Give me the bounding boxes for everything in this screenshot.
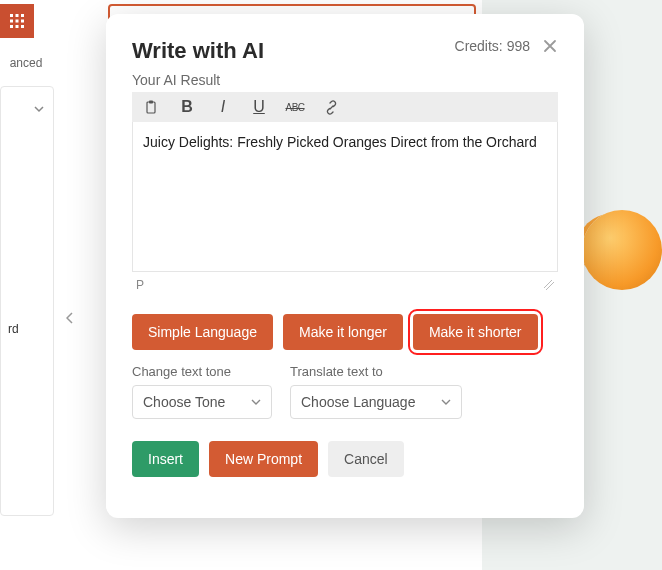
apps-grid-icon: [9, 13, 25, 29]
modal-title: Write with AI: [132, 38, 264, 64]
make-longer-button[interactable]: Make it longer: [283, 314, 403, 350]
chevron-down-icon: [441, 394, 451, 410]
clipboard-button[interactable]: [142, 98, 160, 116]
tone-label: Change text tone: [132, 364, 272, 379]
ai-result-editor[interactable]: [132, 122, 558, 272]
svg-rect-7: [16, 25, 19, 28]
chevron-down-icon: [251, 394, 261, 410]
svg-rect-6: [10, 25, 13, 28]
credits-label: Credits: 998: [455, 38, 530, 54]
apps-grid-button[interactable]: [0, 4, 34, 38]
link-icon: [324, 100, 339, 115]
collapse-panel-button[interactable]: [62, 309, 78, 327]
svg-rect-5: [21, 20, 24, 23]
translate-dropdown[interactable]: Choose Language: [290, 385, 462, 419]
tone-dropdown-value: Choose Tone: [143, 394, 225, 410]
cancel-button[interactable]: Cancel: [328, 441, 404, 477]
link-button[interactable]: [322, 98, 340, 116]
insert-button[interactable]: Insert: [132, 441, 199, 477]
editor-toolbar: B I U ABC: [132, 92, 558, 122]
write-with-ai-modal: Write with AI Credits: 998 Your AI Resul…: [106, 14, 584, 518]
result-label: Your AI Result: [132, 72, 558, 88]
clipboard-icon: [144, 100, 158, 114]
simple-language-button[interactable]: Simple Language: [132, 314, 273, 350]
underline-button[interactable]: U: [250, 98, 268, 116]
element-path: P: [136, 278, 144, 292]
svg-rect-3: [10, 20, 13, 23]
svg-rect-4: [16, 20, 19, 23]
tone-dropdown[interactable]: Choose Tone: [132, 385, 272, 419]
orange-image: [582, 210, 662, 290]
svg-rect-9: [147, 102, 155, 113]
translate-dropdown-value: Choose Language: [301, 394, 415, 410]
italic-button[interactable]: I: [214, 98, 232, 116]
strikethrough-button[interactable]: ABC: [286, 98, 304, 116]
new-prompt-button[interactable]: New Prompt: [209, 441, 318, 477]
svg-rect-2: [21, 14, 24, 17]
svg-rect-10: [149, 101, 153, 104]
svg-rect-8: [21, 25, 24, 28]
translate-label: Translate text to: [290, 364, 462, 379]
side-panel: [0, 86, 54, 516]
bg-text-fragment: rd: [8, 322, 19, 336]
svg-rect-0: [10, 14, 13, 17]
close-button[interactable]: [542, 38, 558, 54]
make-shorter-button[interactable]: Make it shorter: [413, 314, 538, 350]
tab-label-fragment[interactable]: anced: [0, 56, 52, 80]
close-icon: [542, 38, 558, 54]
bold-button[interactable]: B: [178, 98, 196, 116]
svg-rect-1: [16, 14, 19, 17]
resize-handle-icon[interactable]: [544, 280, 554, 290]
chevron-down-icon[interactable]: [33, 101, 45, 119]
